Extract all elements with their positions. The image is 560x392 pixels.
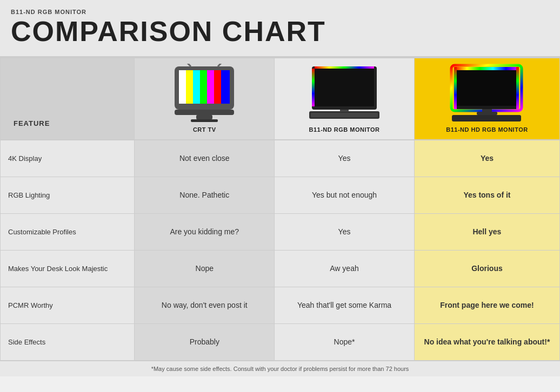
col3-cell: Hell yes [414,213,559,250]
svg-rect-5 [200,70,207,104]
table-row: Side EffectsProbablyNope*No idea what yo… [1,323,560,360]
col1-product-name: CRT TV [193,123,216,135]
svg-rect-29 [452,115,521,121]
svg-rect-6 [207,70,214,104]
svg-rect-4 [193,70,200,104]
col3-image-wrapper [448,58,526,123]
col2-header-inner: B11-ND RGB MONITOR [275,58,414,139]
table-row: PCMR WorthyNo way, don't even post itYea… [1,287,560,323]
svg-rect-7 [214,70,221,104]
svg-rect-15 [315,69,374,106]
col1-cell: No way, don't even post it [135,287,275,323]
header-title: COMPARISON CHART [11,17,549,45]
col3-cell: Yes tons of it [414,177,559,213]
col3-cell: Glorious [414,250,559,287]
col2-cell: Aw yeah [275,250,415,287]
table-row: Makes Your Desk Look MajesticNopeAw yeah… [1,250,560,287]
svg-line-10 [183,64,191,66]
table-row: RGB LightingNone. PatheticYes but not en… [1,177,560,213]
table-header-row: FEATURE [1,58,560,140]
col2-image-wrapper [306,58,382,123]
crt-image-wrapper [169,58,239,123]
comparison-table: FEATURE [0,58,560,361]
svg-rect-12 [196,115,212,119]
feature-column-header: FEATURE [1,58,135,140]
col2-product-name: B11-ND RGB MONITOR [309,123,380,135]
svg-rect-26 [516,67,519,109]
svg-rect-28 [477,112,497,115]
header-subtitle: B11-ND RGB MONITOR [11,9,549,15]
col1-header: CRT TV [135,58,275,140]
svg-rect-9 [175,110,234,115]
col3-product-name: B11-ND HD RGB MONITOR [446,123,528,135]
col3-header: B11-ND HD RGB MONITOR [414,58,559,140]
feature-label: FEATURE [7,113,128,134]
feature-cell: Makes Your Desk Look Majestic [1,250,135,287]
table-row: 4K DisplayNot even closeYesYes [1,140,560,177]
svg-rect-16 [312,69,315,106]
col1-cell: Probably [135,323,275,360]
svg-rect-17 [315,66,374,69]
col1-cell: Are you kidding me? [135,213,275,250]
col2-cell: Yes [275,140,415,177]
svg-rect-24 [454,67,519,70]
svg-rect-25 [454,67,457,109]
col3-cell: No idea what you're talking about!* [414,323,559,360]
svg-rect-19 [311,113,378,117]
col2-cell: Nope* [275,323,415,360]
col1-header-inner: CRT TV [135,58,274,139]
col1-cell: None. Pathetic [135,177,275,213]
col3-cell: Front page here we come! [414,287,559,323]
col3-header-inner: B11-ND HD RGB MONITOR [415,58,559,139]
col2-cell: Yeah that'll get some Karma [275,287,415,323]
col2-cell: Yes [275,213,415,250]
rgb-monitor-icon [306,64,382,123]
svg-line-11 [218,64,226,66]
svg-rect-2 [179,70,186,104]
col1-cell: Not even close [135,140,275,177]
svg-rect-27 [482,109,492,112]
svg-rect-20 [340,110,349,112]
col1-cell: Nope [135,250,275,287]
feature-cell: Side Effects [1,323,135,360]
svg-rect-3 [186,70,193,104]
table-row: Customizable ProfilesAre you kidding me?… [1,213,560,250]
chart-container: FEATURE [0,56,560,376]
col2-header: B11-ND RGB MONITOR [275,58,415,140]
header: B11-ND RGB MONITOR COMPARISON CHART [0,0,560,56]
feature-cell: Customizable Profiles [1,213,135,250]
crt-tv-icon [169,64,239,123]
feature-cell: 4K Display [1,140,135,177]
feature-cell: PCMR Worthy [1,287,135,323]
col2-cell: Yes but not enough [275,177,415,213]
table-body: 4K DisplayNot even closeYesYesRGB Lighti… [1,140,560,360]
feature-cell: RGB Lighting [1,177,135,213]
footer-note: *May cause some side effects. Consult wi… [0,361,560,376]
col3-cell: Yes [414,140,559,177]
hd-rgb-monitor-icon [448,64,526,123]
svg-rect-13 [191,119,218,122]
svg-rect-23 [457,69,516,106]
svg-rect-8 [221,70,230,104]
